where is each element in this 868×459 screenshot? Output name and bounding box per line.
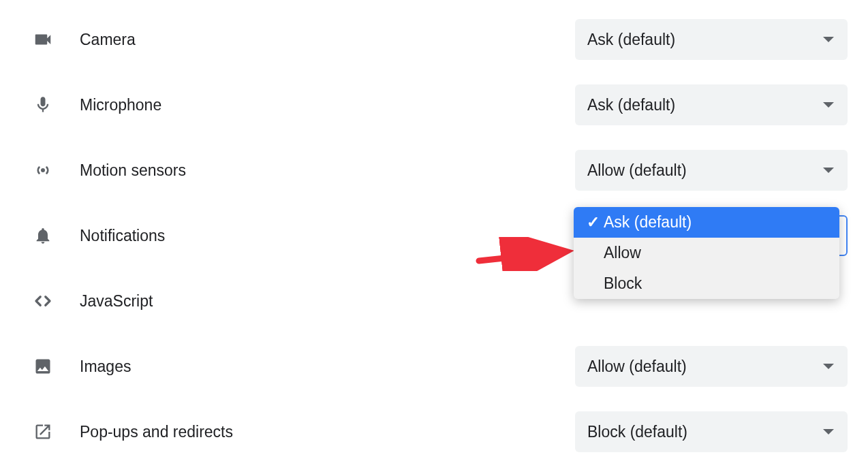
image-icon [31, 357, 55, 376]
chevron-down-icon [823, 429, 834, 434]
permission-row-images: Images Allow (default) [31, 334, 848, 399]
camera-icon [31, 29, 55, 50]
select-camera[interactable]: Ask (default) [575, 19, 848, 60]
permission-label-microphone: Microphone [80, 96, 161, 114]
permission-label-camera: Camera [80, 31, 136, 49]
code-icon [31, 291, 55, 311]
chevron-down-icon [823, 102, 834, 108]
dropdown-option-label: Allow [604, 244, 641, 262]
chevron-down-icon [823, 37, 834, 42]
permission-row-camera: Camera Ask (default) [31, 7, 848, 72]
permission-label-motion: Motion sensors [80, 161, 186, 180]
motion-sensors-icon [31, 160, 55, 180]
check-icon: ✓ [586, 213, 600, 232]
select-microphone[interactable]: Ask (default) [575, 84, 848, 125]
dropdown-option-label: Block [604, 274, 642, 293]
select-images[interactable]: Allow (default) [575, 346, 848, 387]
permission-label-notifications: Notifications [80, 227, 165, 245]
select-motion[interactable]: Allow (default) [575, 150, 848, 191]
permission-label-popups: Pop-ups and redirects [80, 423, 233, 441]
permission-label-javascript: JavaScript [80, 292, 153, 311]
select-value-motion: Allow (default) [587, 161, 687, 180]
select-value-microphone: Ask (default) [587, 96, 675, 114]
permission-row-microphone: Microphone Ask (default) [31, 72, 848, 138]
select-value-popups: Block (default) [587, 423, 687, 441]
open-in-new-icon [31, 422, 55, 441]
dropdown-option-ask[interactable]: ✓ Ask (default) [574, 207, 839, 238]
permission-row-motion: Motion sensors Allow (default) [31, 138, 848, 203]
select-value-camera: Ask (default) [587, 31, 675, 49]
permission-row-popups: Pop-ups and redirects Block (default) [31, 399, 848, 459]
dropdown-notifications: ✓ Ask (default) Allow Block [574, 207, 839, 299]
bell-icon [31, 226, 55, 245]
select-popups[interactable]: Block (default) [575, 411, 848, 452]
dropdown-option-block[interactable]: Block [574, 268, 839, 299]
chevron-down-icon [823, 168, 834, 173]
svg-point-0 [41, 168, 45, 172]
chevron-down-icon [823, 364, 834, 369]
dropdown-option-label: Ask (default) [604, 213, 692, 232]
microphone-icon [31, 95, 55, 114]
select-value-images: Allow (default) [587, 358, 687, 376]
permission-label-images: Images [80, 358, 131, 376]
dropdown-option-allow[interactable]: Allow [574, 238, 839, 268]
